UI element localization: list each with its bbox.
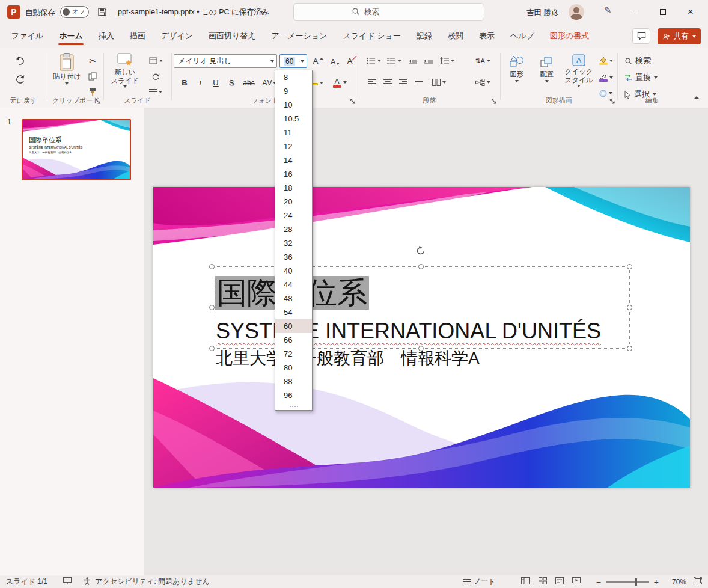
save-icon[interactable]: [97, 7, 107, 19]
font-size-option[interactable]: 54: [275, 305, 312, 319]
cut-button[interactable]: ✂: [85, 54, 100, 67]
decrease-indent-button[interactable]: [406, 54, 420, 67]
autosave-toggle[interactable]: オフ: [60, 6, 89, 18]
reset-slide-button[interactable]: [147, 70, 165, 83]
close-button[interactable]: ×: [677, 0, 704, 24]
slide-count[interactable]: スライド 1/1: [6, 577, 47, 587]
resize-handle-se[interactable]: [627, 346, 632, 351]
resize-handle-sw[interactable]: [209, 346, 215, 351]
font-size-option[interactable]: 88: [275, 375, 312, 388]
align-right-button[interactable]: [396, 76, 410, 89]
collapse-ribbon-button[interactable]: [690, 91, 703, 103]
font-size-option[interactable]: 28: [275, 222, 312, 236]
resize-handle-n[interactable]: [418, 264, 424, 269]
font-size-option[interactable]: 18: [275, 181, 312, 195]
layout-button[interactable]: [147, 54, 165, 67]
search-box[interactable]: 検索: [293, 3, 484, 21]
quick-styles-button[interactable]: A クイック スタイル: [563, 52, 595, 100]
font-size-option[interactable]: 9: [275, 84, 312, 98]
normal-view-button[interactable]: [521, 577, 530, 586]
font-size-option[interactable]: 14: [275, 153, 312, 167]
slide[interactable]: 国際単位系 SYSTÈME INTERNATIONAL D'UNITÉS 北里大…: [153, 187, 690, 488]
resize-handle-ne[interactable]: [627, 264, 632, 269]
font-size-option[interactable]: 40: [275, 264, 312, 278]
text-shadow-button[interactable]: S: [224, 76, 239, 90]
line-spacing-button[interactable]: [438, 54, 456, 67]
font-size-option[interactable]: 24: [275, 209, 312, 222]
maximize-button[interactable]: [649, 0, 677, 24]
paste-button[interactable]: 貼り付け: [50, 51, 83, 101]
strikethrough-button[interactable]: abc: [240, 76, 258, 90]
underline-button[interactable]: U: [209, 76, 223, 90]
tab-animations[interactable]: アニメーション: [264, 24, 335, 48]
resize-handle-w[interactable]: [209, 305, 215, 310]
accessibility-status[interactable]: アクセシビリティ: 問題ありません: [95, 577, 209, 587]
resize-handle-nw[interactable]: [209, 264, 215, 269]
resize-handle-s[interactable]: [418, 346, 424, 351]
font-size-option[interactable]: 20: [275, 195, 312, 209]
tab-view[interactable]: 表示: [471, 24, 502, 48]
notes-button[interactable]: ノート: [463, 577, 496, 587]
reading-view-button[interactable]: [555, 577, 564, 586]
font-size-option[interactable]: 16: [275, 167, 312, 181]
accessibility-icon[interactable]: [84, 577, 91, 587]
shrink-font-button[interactable]: A: [328, 54, 343, 68]
font-size-option[interactable]: 32: [275, 236, 312, 250]
display-settings-icon[interactable]: [63, 577, 72, 586]
tab-record[interactable]: 記録: [409, 24, 440, 48]
comments-button[interactable]: [632, 28, 650, 44]
numbering-button[interactable]: [385, 54, 403, 67]
font-size-option[interactable]: 44: [275, 278, 312, 292]
minimize-button[interactable]: —: [621, 0, 649, 24]
avatar[interactable]: [569, 4, 584, 20]
arrange-button[interactable]: 配置: [533, 52, 561, 100]
italic-button[interactable]: I: [193, 76, 207, 90]
align-left-button[interactable]: [365, 76, 379, 89]
zoom-level[interactable]: 70%: [666, 578, 686, 586]
font-size-option[interactable]: 10.5: [275, 112, 312, 126]
bullets-button[interactable]: [365, 54, 383, 67]
justify-button[interactable]: [412, 76, 426, 89]
ink-pen-icon[interactable]: ✎: [600, 5, 615, 19]
font-size-option[interactable]: 8: [275, 70, 312, 84]
shapes-button[interactable]: 図形: [502, 52, 531, 100]
font-size-option[interactable]: 48: [275, 292, 312, 305]
share-button[interactable]: 共有: [658, 28, 701, 44]
font-size-option[interactable]: 96: [275, 388, 312, 402]
zoom-out-button[interactable]: −: [596, 577, 601, 587]
shape-outline-button[interactable]: [596, 71, 615, 84]
tab-draw[interactable]: 描画: [122, 24, 153, 48]
font-size-combo[interactable]: 60: [279, 54, 307, 68]
fit-to-window-button[interactable]: [694, 577, 702, 586]
slide-byline-text[interactable]: 北里大学 一般教育部 情報科学A: [216, 347, 480, 370]
replace-button[interactable]: 置換: [622, 71, 660, 84]
undo-button[interactable]: [12, 53, 28, 69]
grow-font-button[interactable]: A: [311, 54, 326, 68]
font-name-combo[interactable]: メイリオ 見出し: [174, 54, 277, 68]
font-size-option[interactable]: 12: [275, 139, 312, 153]
slideshow-view-button[interactable]: [572, 577, 581, 586]
columns-button[interactable]: [430, 76, 448, 89]
font-size-option[interactable]: 11: [275, 126, 312, 139]
align-center-button[interactable]: [380, 76, 395, 89]
tab-review[interactable]: 校閲: [440, 24, 471, 48]
user-name[interactable]: 吉田 勝彦: [526, 8, 558, 18]
document-title[interactable]: ppt-sample1-temp.pptx • この PC に保存済み: [118, 7, 269, 17]
tab-design[interactable]: デザイン: [153, 24, 201, 48]
clear-formatting-button[interactable]: A: [344, 54, 359, 68]
font-size-option[interactable]: 10: [275, 98, 312, 112]
resize-handle-e[interactable]: [627, 305, 632, 310]
text-direction-button[interactable]: ⇅A: [471, 54, 495, 67]
dropdown-scroll-grip[interactable]: [275, 402, 312, 410]
font-color-button[interactable]: A: [329, 75, 350, 90]
powerpoint-app-icon[interactable]: P: [7, 5, 20, 19]
bold-button[interactable]: B: [177, 76, 192, 90]
copy-button[interactable]: [85, 70, 100, 83]
redo-button[interactable]: [12, 71, 28, 87]
tab-file[interactable]: ファイル: [4, 24, 51, 48]
zoom-slider[interactable]: [606, 581, 649, 583]
slide-sorter-view-button[interactable]: [539, 577, 547, 586]
tab-home[interactable]: ホーム: [51, 24, 91, 48]
zoom-slider-thumb[interactable]: [635, 578, 637, 586]
increase-indent-button[interactable]: [421, 54, 436, 67]
